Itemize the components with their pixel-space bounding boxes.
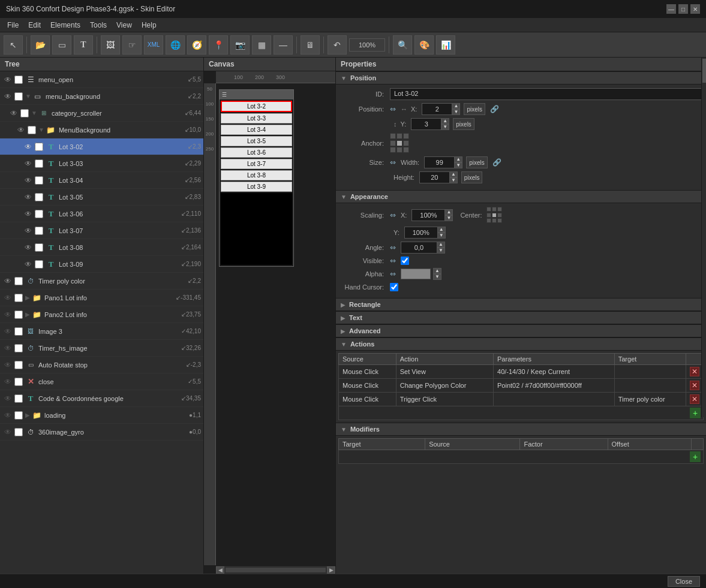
size-height-up[interactable]: ▲ [449,171,458,177]
alpha-up[interactable]: ▲ [433,268,441,274]
menu-edit[interactable]: Edit [23,20,46,31]
section-text-header[interactable]: ▶ Text [336,311,706,324]
size-width-input[interactable]: 99 [424,156,454,168]
tree-eye-0[interactable]: 👁 [2,74,13,85]
anchor-tr[interactable] [403,133,409,139]
alpha-down[interactable]: ▼ [433,274,441,280]
tree-check-10[interactable] [35,243,43,252]
tree-check-3[interactable] [28,126,36,134]
open-button[interactable]: 📂 [31,35,50,55]
modifiers-add-button[interactable]: + [690,451,701,462]
action-del-btn-2[interactable]: ✕ [690,394,699,404]
scaling-y-up[interactable]: ▲ [437,227,446,233]
visible-checkbox[interactable] [401,257,409,265]
position-y-up[interactable]: ▲ [441,118,449,124]
canvas-widget[interactable]: ☰ Lot 3-2 Lot 3-3 Lot 3-4 Lot 3-5 Lot 3-… [219,89,294,267]
position-x-down[interactable]: ▼ [452,109,460,115]
hand-cursor-checkbox[interactable] [390,283,398,291]
actions-add-button[interactable]: + [690,408,701,418]
tree-check-14[interactable] [14,310,23,319]
undo-button[interactable]: ↶ [328,35,347,55]
tree-check-11[interactable] [35,260,43,269]
tree-row-cat-scroller[interactable]: 👁 ▼ ⊞ category_scroller ↙6,44 [0,105,203,122]
canvas-lot-4[interactable]: Lot 3-6 [221,147,292,158]
nav-button[interactable]: 🧭 [187,35,206,55]
size-width-up[interactable]: ▲ [454,156,462,162]
alpha-share-icon[interactable]: ⇔ [390,270,396,278]
angle-spinbox[interactable]: 0,0 ▲ ▼ [401,242,445,254]
grid-button[interactable]: ▦ [252,35,271,55]
scaling-share-icon[interactable]: ⇔ [390,211,396,219]
anchor-tc[interactable] [396,133,402,139]
tree-expand-1[interactable]: ▼ [25,93,31,99]
position-x-input[interactable]: 2 [422,103,452,115]
tree-check-18[interactable] [14,378,23,386]
position-x-up[interactable]: ▲ [452,103,460,109]
menu-view[interactable]: View [112,20,137,31]
tree-eye-21[interactable]: 👁 [2,427,13,438]
size-link-icon[interactable]: 🔗 [492,158,501,167]
section-actions-header[interactable]: ▼ Actions [336,337,706,351]
globe-button[interactable]: 🌐 [166,35,185,55]
search-button[interactable]: 🔍 [393,35,412,55]
tree-check-1[interactable] [14,92,23,101]
close-button[interactable]: Close [668,576,700,587]
canvas-lot-5[interactable]: Lot 3-7 [221,159,292,169]
position-y-spinbox[interactable]: 3 ▲ ▼ [411,118,449,130]
props-scroll-thumb[interactable] [702,71,706,83]
alpha-spinbox[interactable]: ▲ ▼ [433,268,441,280]
tree-row-menu-open[interactable]: 👁 ☰ menu_open ↙5,5 [0,71,203,88]
tree-expand-20[interactable]: ▶ [25,412,30,418]
tree-row-pano1[interactable]: 👁 ▶ 📁 Pano1 Lot info ↙-331,45 [0,290,203,306]
anchor-tl[interactable] [390,133,396,139]
tree-eye-18[interactable]: 👁 [2,376,13,387]
angle-down[interactable]: ▼ [437,248,445,254]
tree-eye-16[interactable]: 👁 [2,343,13,354]
prop-id-value[interactable]: Lot 3-02 [390,88,702,100]
tree-expand-14[interactable]: ▶ [25,311,30,318]
hscroll-track[interactable] [226,568,326,572]
tree-check-15[interactable] [14,327,23,336]
tree-row-lot307[interactable]: 👁 T Lot 3-07 ↙2,136 [0,222,203,239]
size-width-down[interactable]: ▼ [454,162,462,168]
scaling-x-down[interactable]: ▼ [444,215,453,221]
section-position-header[interactable]: ▼ Position [336,71,706,85]
position-share-icon[interactable]: ⇔ [390,105,396,113]
tree-row-pano2[interactable]: 👁 ▶ 📁 Pano2 Lot info ↙23,75 [0,306,203,323]
position-y-input[interactable]: 3 [411,118,441,130]
tree-row-loading[interactable]: 👁 ▶ 📁 loading ●1,1 [0,407,203,424]
props-scrollbar[interactable] [701,71,706,417]
tree-check-4[interactable] [35,143,43,151]
tree-eye-17[interactable]: 👁 [2,360,13,370]
scaling-y-spinbox[interactable]: 100% ▲ ▼ [404,227,446,239]
tree-eye-7[interactable]: 👁 [23,192,34,203]
menu-file[interactable]: File [2,20,23,31]
chart-button[interactable]: 📊 [436,35,455,55]
web-button[interactable]: XML [144,35,163,55]
size-height-input[interactable]: 20 [419,171,449,183]
tree-eye-6[interactable]: 👁 [23,175,34,186]
canvas-lot-2[interactable]: Lot 3-4 [221,125,292,135]
tree-row-lot302[interactable]: 👁 T Lot 3-02 ↙2,3 [0,138,203,155]
tree-expand-3[interactable]: ▼ [38,126,44,133]
tree-eye-13[interactable]: 👁 [2,293,13,303]
tree-check-13[interactable] [14,294,23,302]
tree-check-2[interactable] [20,109,29,117]
monitor-button[interactable]: 🖥 [301,35,320,55]
tree-row-lot306[interactable]: 👁 T Lot 3-06 ↙2,110 [0,206,203,222]
tree-row-gyro[interactable]: 👁 ⏱ 360image_gyro ●0,0 [0,424,203,441]
center-br[interactable] [497,218,502,223]
position-y-down[interactable]: ▼ [441,124,449,130]
tree-eye-11[interactable]: 👁 [23,259,34,270]
dash-button[interactable]: — [274,35,293,55]
tree-eye-3[interactable]: 👁 [16,125,26,135]
tree-row-code[interactable]: 👁 T Code & Coordonnées google ↙34,35 [0,390,203,407]
tree-row-menu-bg[interactable]: 👁 ▼ ▭ menu_background ↙2,2 [0,88,203,105]
tree-eye-12[interactable]: 👁 [2,276,13,287]
section-modifiers-header[interactable]: ▼ Modifiers [336,423,706,436]
tree-eye-4[interactable]: 👁 [23,141,34,152]
tree-check-16[interactable] [14,344,23,352]
tree-check-19[interactable] [14,394,23,403]
scaling-center-grid[interactable] [486,207,503,224]
tree-row-lot304[interactable]: 👁 T Lot 3-04 ↙2,56 [0,172,203,189]
